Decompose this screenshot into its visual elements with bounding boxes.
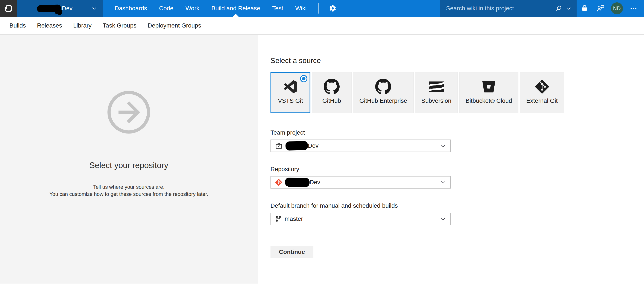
github-icon [324,78,340,96]
chevron-down-icon [440,143,446,149]
redaction-blob [37,5,61,12]
source-tile-label: Subversion [422,97,452,104]
hub-item-builds[interactable]: Builds [4,17,31,34]
repository-dropdown[interactable]: Dev [270,176,451,189]
team-project-dropdown[interactable]: Dev [270,139,451,152]
nav-item-test[interactable]: Test [266,0,289,17]
avatar[interactable]: ND [611,2,623,15]
repository-label: Repository [270,166,644,173]
repository-value-suffix: Dev [310,179,320,186]
subversion-icon [428,78,444,96]
settings-button[interactable] [324,0,342,17]
search-icon[interactable] [555,5,562,12]
hub-item-releases[interactable]: Releases [31,17,68,34]
project-name-suffix: Dev [62,5,72,12]
source-tile-label: Bitbucket® Cloud [466,97,512,104]
arrow-right-circle-icon [106,90,151,134]
nav-item-wiki[interactable]: Wiki [289,0,312,17]
person-feedback-icon [596,4,605,13]
hub-item-library[interactable]: Library [68,17,97,34]
source-tile-label: GitHub [322,97,341,104]
visual-studio-icon [284,78,297,96]
search-input[interactable] [446,5,552,12]
team-project-label: Team project [270,129,644,136]
git-icon [535,78,549,96]
git-branch-icon [275,216,282,222]
bitbucket-icon [482,78,495,96]
hub-navigation: Builds Releases Library Task Groups Depl… [0,17,644,35]
source-tiles: VSTS Git GitHub GitHub Enterprise [270,72,644,113]
nav-separator [318,3,318,14]
default-branch-dropdown[interactable]: master [270,213,451,225]
main-content: Select your repository Tell us where you… [0,35,644,283]
nav-item-build-and-release[interactable]: Build and Release [206,0,266,17]
nav-item-dashboards[interactable]: Dashboards [108,0,153,17]
radio-selected-icon[interactable] [300,75,308,82]
source-tile-vsts-git[interactable]: VSTS Git [270,72,310,113]
top-right-actions: ND [576,0,644,17]
ellipsis-icon [630,5,637,12]
source-tile-github[interactable]: GitHub [312,72,352,113]
gear-icon [329,5,336,12]
hub-item-deployment-groups[interactable]: Deployment Groups [142,17,207,34]
redaction-blob [285,141,308,151]
marketplace-button[interactable] [576,0,592,17]
nav-item-code[interactable]: Code [153,0,180,17]
source-tile-external-git[interactable]: External Git [520,72,564,113]
chevron-down-icon [440,216,446,222]
feedback-button[interactable] [592,0,608,17]
default-branch-value: master [285,215,303,222]
git-repo-icon [275,179,282,186]
search-box [440,0,576,17]
default-branch-label: Default branch for manual and scheduled … [270,202,644,209]
getting-started-panel: Select your repository Tell us where you… [0,35,258,283]
shopping-bag-icon [580,4,588,13]
vsts-home-button[interactable] [0,0,17,17]
source-tile-label: External Git [526,97,558,104]
briefcase-icon [275,142,282,150]
continue-button[interactable]: Continue [270,246,314,258]
vsts-build-source-page: Dev Dashboards Code Work Build and Relea… [0,0,644,284]
vsts-logo-icon [4,4,13,13]
source-tile-label: GitHub Enterprise [359,97,407,104]
left-panel-line2: You can customize how to get these sourc… [0,191,258,198]
chevron-down-icon [92,6,97,11]
select-source-panel: Select a source VSTS Git GitHub [258,35,644,283]
left-panel-title: Select your repository [0,161,258,170]
more-actions-button[interactable] [626,0,642,17]
source-tile-bitbucket-cloud[interactable]: Bitbucket® Cloud [459,72,519,113]
top-nav-items: Dashboards Code Work Build and Release T… [108,0,312,17]
github-icon [375,78,391,96]
search-scope-chevron-icon[interactable] [566,6,572,11]
chevron-down-icon [440,179,446,185]
nav-item-work[interactable]: Work [180,0,206,17]
select-source-heading: Select a source [270,56,644,65]
hub-item-task-groups[interactable]: Task Groups [97,17,142,34]
project-selector[interactable]: Dev [17,0,102,17]
source-tile-github-enterprise[interactable]: GitHub Enterprise [353,72,414,113]
source-tile-label: VSTS Git [278,97,303,104]
redaction-blob [285,178,310,187]
top-navigation-bar: Dev Dashboards Code Work Build and Relea… [0,0,644,17]
source-tile-subversion[interactable]: Subversion [415,72,458,113]
left-panel-line1: Tell us where your sources are. [0,183,258,191]
team-project-value-suffix: Dev [308,142,318,149]
